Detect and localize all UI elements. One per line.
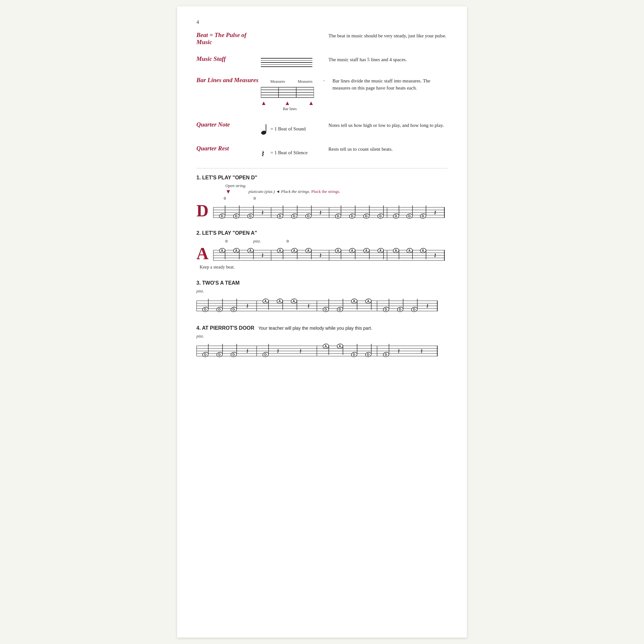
staff-line-5 [261,66,312,67]
beat-section: Beat = The Pulse of Music The beat in mu… [196,31,448,46]
pluck-label: Pluck the strings. [311,189,340,194]
svg-text:D: D [293,214,295,218]
ex2-zero-2: 0 [287,239,289,244]
ex3-pizz: pizz. [196,289,448,294]
svg-text:A: A [395,249,397,252]
exercise-4-desc: Your teacher will play the melody while … [258,326,372,331]
exercise-1-annotations: ▼ pizzicato (pizz.) ◄ Pluck the strings.… [225,188,448,195]
quarter-note-svg [261,123,268,135]
svg-text:D: D [232,353,235,356]
clef-a: A [196,245,209,262]
barlines-desc: Bar lines divide the music staff into me… [326,76,448,92]
svg-text:A: A [379,249,382,252]
exercise-2-num: 2. [196,230,201,236]
page-number: 4 [196,19,448,25]
measures-label-2: Measures [298,79,313,84]
exercise-3-staff: D D D 𝄽 A A A 𝄽 D D [196,294,438,314]
arrow-1: ▲ [261,100,267,106]
quarter-note-content: = 1 Beat of Sound Notes tell us how high… [261,120,448,135]
svg-text:D: D [353,353,355,356]
staff-section: Music Staff The music staff has 5 lines … [196,55,448,67]
quarter-rest-content: 𝄽 = 1 Beat of Silence Rests tell us to c… [261,144,448,159]
svg-text:A: A [351,249,353,252]
staff-line-1 [261,58,312,59]
arrow-2: ▲ [285,100,290,106]
svg-text:D: D [339,308,341,311]
svg-text:A: A [293,299,295,303]
exercise-3: 3. TWO'S A TEAM pizz. D D D [196,280,448,315]
svg-text:A: A [249,249,251,252]
open-string-label: Open string. [225,183,448,188]
svg-text:D: D [399,308,401,311]
svg-text:A: A [307,249,309,252]
barlines-label: Bar Lines and Measures [196,76,261,84]
svg-text:A: A [325,345,327,348]
svg-text:D: D [325,308,327,311]
beat-content: The beat in music should be very steady,… [261,31,448,40]
svg-text:A: A [221,249,223,252]
svg-text:D: D [204,308,206,311]
exercise-2-notation: A A A [196,245,448,263]
svg-text:D: D [264,353,267,356]
down-bow-arrow: ▼ [225,188,231,195]
exercise-2-staff: A A A 𝄽 A A A 𝄽 [213,245,445,263]
svg-text:D: D [337,214,339,218]
barlines-content: Measures Measures [261,76,448,111]
bar-label-row: Measures Measures [261,79,319,84]
svg-text:A: A [339,345,341,348]
svg-text:D: D [218,308,221,311]
staff-line-3 [261,62,312,63]
exercise-1-staff: D D D 𝄽 D D D 𝄽 [213,202,445,220]
svg-text:D: D [379,214,382,218]
exercise-1-notation: D D [196,202,448,220]
quarter-rest-section: Quarter Rest 𝄽 = 1 Beat of Silence Rests… [196,144,448,159]
quarter-note-row: = 1 Beat of Sound [261,123,319,135]
svg-text:A: A [279,299,281,303]
exercise-2-name: LET'S PLAY "OPEN A" [202,230,257,236]
quarter-note-visual: = 1 Beat of Sound [261,120,319,135]
quarter-rest-visual: 𝄽 = 1 Beat of Silence [261,144,319,159]
quarter-rest-desc: Rests tell us to count silent beats. [319,144,448,153]
quarter-rest-svg: 𝄽 [261,147,268,159]
exercise-4-name: AT PIERROT'S DOOR [202,325,254,331]
svg-text:A: A [264,299,267,303]
barlines-visual: Measures Measures [261,79,319,111]
svg-text:D: D [235,214,237,218]
exercise-4-title: 4. AT PIERROT'S DOOR Your teacher will p… [196,325,448,331]
exercise-4-num: 4. [196,325,201,331]
svg-text:D: D [367,353,369,356]
svg-text:𝄽: 𝄽 [262,151,264,157]
exercise-4-staff: D D D 𝄽 D 𝄽 𝄽 A A D [196,339,438,359]
svg-text:D: D [408,214,411,218]
svg-text:D: D [232,308,235,311]
pizz-label-1: pizzicato (pizz.) ◄ Pluck the strings. P… [249,189,340,194]
exercise-3-num: 3. [196,280,201,286]
staff-lines-display [261,58,319,67]
measures-label-1: Measures [270,79,285,84]
quarter-rest-equals: = 1 Beat of Silence [270,150,308,156]
page: 4 Beat = The Pulse of Music The beat in … [177,6,467,638]
svg-text:D: D [204,353,206,356]
zero-labels-1: 0 0 [224,196,448,201]
quarter-note-section: Quarter Note = 1 Beat of Sound Notes tel… [196,120,448,135]
quarter-rest-row: 𝄽 = 1 Beat of Silence [261,147,319,159]
svg-text:A: A [353,299,355,303]
beat-desc: The beat in music should be very steady,… [319,31,448,40]
ex2-zero-1: 0 [225,239,228,244]
arrow-3: ▲ [308,100,314,106]
svg-text:A: A [337,249,339,252]
exercise-1-num: 1. [196,175,201,180]
svg-text:D: D [422,214,424,218]
svg-text:D: D [307,214,309,218]
zero-1: 0 [224,196,226,201]
quarter-note-desc: Notes tell us how high or low to play, a… [319,120,448,129]
svg-text:A: A [279,249,281,252]
svg-text:D: D [279,214,281,218]
exercise-4: 4. AT PIERROT'S DOOR Your teacher will p… [196,325,448,360]
svg-text:D: D [218,353,221,356]
zero-2: 0 [254,196,256,201]
quarter-note-label: Quarter Note [196,120,261,128]
svg-text:A: A [422,249,424,252]
barlines-section: Bar Lines and Measures Measures Measures [196,76,448,111]
exercise-2: 2. LET'S PLAY "OPEN A" 0 pizz. 0 A [196,230,448,270]
